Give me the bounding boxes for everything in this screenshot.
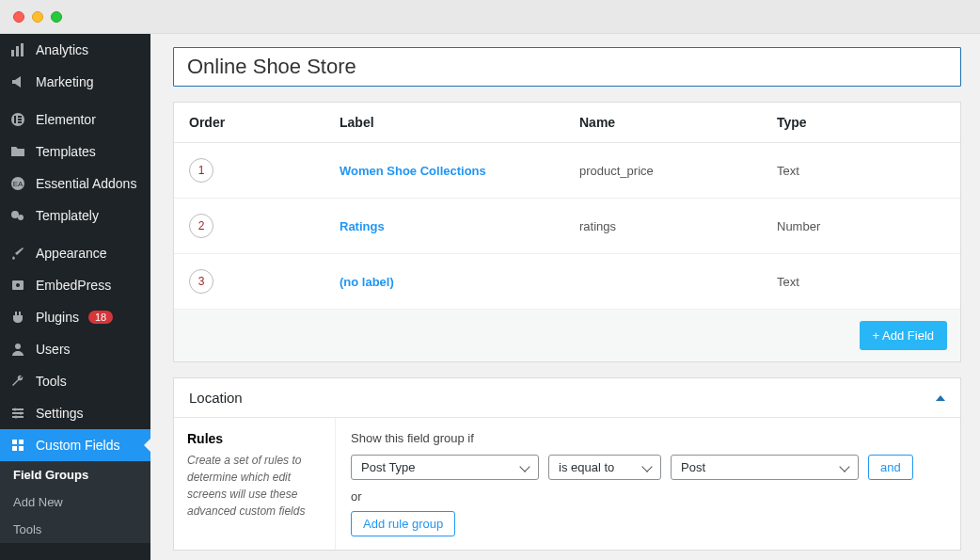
svg-rect-21 xyxy=(12,440,17,444)
svg-rect-4 xyxy=(14,116,16,123)
wrench-icon xyxy=(9,373,26,390)
submenu-field-groups[interactable]: Field Groups xyxy=(0,461,150,488)
svg-rect-5 xyxy=(18,116,22,118)
submenu-add-new[interactable]: Add New xyxy=(0,488,150,516)
svg-rect-6 xyxy=(18,119,22,120)
sidebar-label: Users xyxy=(36,342,71,357)
ea-icon: EA xyxy=(9,175,26,192)
admin-sidebar: Analytics Marketing Elementor Templates … xyxy=(0,34,150,560)
sidebar-item-elementor[interactable]: Elementor xyxy=(0,104,150,136)
sidebar-item-essential-addons[interactable]: EA Essential Addons xyxy=(0,168,150,200)
sidebar-item-analytics[interactable]: Analytics xyxy=(0,34,150,66)
collapse-icon xyxy=(936,395,945,401)
rule-operator-select[interactable]: is equal to xyxy=(548,455,661,480)
sidebar-label: Settings xyxy=(36,406,84,421)
custom-fields-icon xyxy=(9,437,26,454)
sidebar-item-plugins[interactable]: Plugins 18 xyxy=(0,301,150,333)
sidebar-label: Custom Fields xyxy=(36,438,119,453)
chevron-down-icon xyxy=(641,461,652,472)
field-type: Text xyxy=(777,164,799,178)
fields-panel: Order Label Name Type 1 Women Shoe Colle… xyxy=(173,102,961,362)
megaphone-icon xyxy=(9,73,26,90)
location-panel: Location Rules Create a set of rules to … xyxy=(173,377,961,551)
svg-rect-7 xyxy=(18,121,22,123)
plugin-update-badge: 18 xyxy=(88,311,113,324)
sidebar-item-templates[interactable]: Templates xyxy=(0,136,150,168)
templately-icon xyxy=(9,207,26,224)
submenu-tools[interactable]: Tools xyxy=(0,516,150,543)
order-handle[interactable]: 3 xyxy=(189,269,213,294)
sidebar-label: Marketing xyxy=(36,74,93,89)
window-titlebar xyxy=(0,0,980,34)
plugin-icon xyxy=(9,309,26,326)
svg-point-19 xyxy=(20,412,23,415)
sidebar-label: Appearance xyxy=(36,246,107,261)
table-row[interactable]: 1 Women Shoe Collections product_price T… xyxy=(174,143,960,199)
svg-point-20 xyxy=(15,416,18,419)
settings-icon xyxy=(9,405,26,422)
svg-rect-2 xyxy=(21,43,24,56)
chevron-down-icon xyxy=(839,461,849,472)
svg-point-14 xyxy=(15,344,21,349)
add-and-rule-button[interactable]: and xyxy=(868,455,913,480)
field-label-link[interactable]: (no label) xyxy=(340,275,394,289)
maximize-window-dot[interactable] xyxy=(51,11,62,23)
rule-value-select[interactable]: Post xyxy=(671,455,859,480)
sidebar-item-settings[interactable]: Settings xyxy=(0,397,150,429)
rule-param-select[interactable]: Post Type xyxy=(351,455,539,480)
svg-rect-24 xyxy=(19,446,24,451)
svg-rect-23 xyxy=(12,446,17,451)
field-name: ratings xyxy=(579,219,616,233)
chevron-down-icon xyxy=(519,461,530,472)
rule-row: Post Type is equal to Post and xyxy=(351,455,945,480)
sidebar-item-tools[interactable]: Tools xyxy=(0,365,150,397)
sidebar-label: Analytics xyxy=(36,42,88,57)
minimize-window-dot[interactable] xyxy=(32,11,43,23)
folder-icon xyxy=(9,143,26,160)
sidebar-item-templately[interactable]: Templately xyxy=(0,200,150,232)
sidebar-item-marketing[interactable]: Marketing xyxy=(0,66,150,98)
sidebar-item-custom-fields[interactable]: Custom Fields xyxy=(0,429,150,461)
field-label-link[interactable]: Ratings xyxy=(340,219,385,233)
add-rule-group-button[interactable]: Add rule group xyxy=(351,511,455,536)
location-heading: Location xyxy=(189,390,243,406)
svg-point-13 xyxy=(16,283,20,287)
field-type: Text xyxy=(777,275,799,289)
field-group-title-input[interactable] xyxy=(173,47,961,87)
sidebar-label: Tools xyxy=(36,374,67,389)
svg-rect-1 xyxy=(16,46,19,56)
table-row[interactable]: 2 Ratings ratings Number xyxy=(174,199,960,254)
col-order: Order xyxy=(174,103,324,143)
order-handle[interactable]: 2 xyxy=(189,214,213,238)
fields-table: Order Label Name Type 1 Women Shoe Colle… xyxy=(174,103,960,310)
svg-text:EA: EA xyxy=(13,180,24,188)
svg-point-18 xyxy=(14,408,17,411)
rules-instruction: Show this field group if xyxy=(351,431,945,445)
order-handle[interactable]: 1 xyxy=(189,158,213,183)
sidebar-label: Templates xyxy=(36,144,96,159)
sidebar-label: EmbedPress xyxy=(36,278,111,293)
sidebar-item-embedpress[interactable]: EmbedPress xyxy=(0,269,150,301)
svg-rect-0 xyxy=(11,50,14,56)
main-content: Order Label Name Type 1 Women Shoe Colle… xyxy=(150,34,980,560)
rules-title: Rules xyxy=(187,431,322,446)
sidebar-item-appearance[interactable]: Appearance xyxy=(0,237,150,269)
sidebar-item-users[interactable]: Users xyxy=(0,333,150,365)
field-name: product_price xyxy=(579,164,654,178)
sidebar-label: Templately xyxy=(36,208,99,223)
user-icon xyxy=(9,341,26,358)
svg-point-10 xyxy=(11,211,19,218)
field-label-link[interactable]: Women Shoe Collections xyxy=(340,164,486,178)
add-field-button[interactable]: + Add Field xyxy=(860,321,947,350)
field-type: Number xyxy=(777,219,820,233)
sidebar-label: Essential Addons xyxy=(36,176,136,191)
col-name: Name xyxy=(564,103,762,143)
svg-rect-17 xyxy=(12,416,24,418)
table-row[interactable]: 3 (no label) Text xyxy=(174,254,960,310)
location-panel-header[interactable]: Location xyxy=(174,378,960,418)
embedpress-icon xyxy=(9,277,26,294)
analytics-icon xyxy=(9,41,26,58)
svg-point-11 xyxy=(18,215,24,220)
brush-icon xyxy=(9,245,26,262)
close-window-dot[interactable] xyxy=(13,11,24,23)
